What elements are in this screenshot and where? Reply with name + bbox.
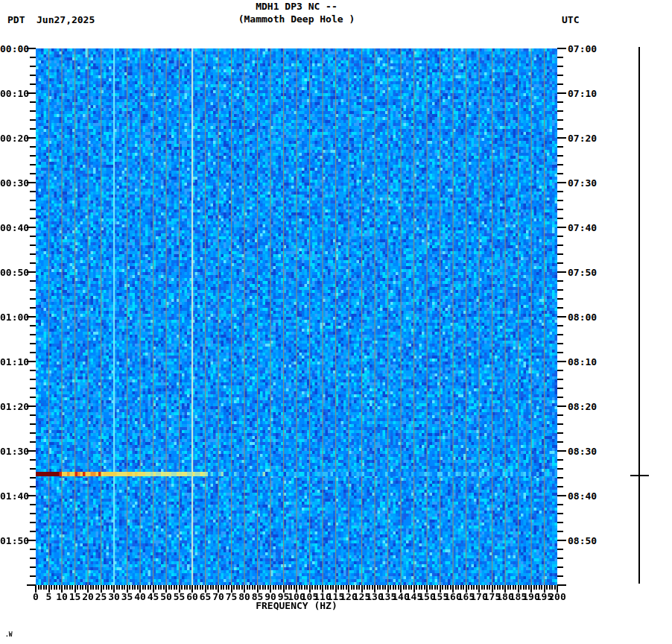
freq-minor-tick bbox=[367, 585, 368, 590]
time-major-tick-right bbox=[557, 495, 566, 496]
time-minor-tick-left bbox=[30, 513, 36, 514]
time-minor-tick-left bbox=[30, 110, 36, 112]
freq-minor-tick bbox=[520, 585, 522, 590]
page-title: MDH1 DP3 NC -- bbox=[36, 1, 557, 12]
freq-minor-tick bbox=[382, 585, 384, 590]
time-minor-tick-right bbox=[557, 101, 563, 103]
freq-minor-tick bbox=[411, 585, 412, 590]
utc-time-label: 08:30 bbox=[568, 446, 597, 456]
freq-minor-tick bbox=[106, 585, 107, 590]
freq-minor-tick bbox=[174, 585, 175, 590]
time-minor-tick-right bbox=[557, 128, 563, 130]
freq-minor-tick bbox=[226, 585, 227, 590]
freq-minor-tick bbox=[236, 585, 238, 590]
freq-minor-tick bbox=[351, 585, 352, 590]
freq-minor-tick bbox=[301, 585, 302, 590]
freq-minor-tick bbox=[499, 585, 501, 590]
freq-minor-tick bbox=[212, 585, 214, 590]
freq-minor-tick bbox=[471, 585, 472, 590]
time-minor-tick-left bbox=[30, 101, 36, 103]
freq-minor-tick bbox=[40, 585, 42, 590]
time-minor-tick-right bbox=[557, 110, 563, 112]
freq-minor-tick bbox=[262, 585, 264, 590]
time-minor-tick-left bbox=[30, 575, 36, 577]
time-minor-tick-right bbox=[557, 262, 563, 264]
time-minor-tick-left bbox=[30, 334, 36, 335]
freq-minor-tick bbox=[497, 585, 498, 590]
freq-minor-tick bbox=[434, 585, 436, 590]
freq-minor-tick bbox=[311, 585, 313, 590]
pdt-time-label: 00:20 bbox=[0, 133, 28, 143]
freq-minor-tick bbox=[142, 585, 144, 590]
utc-time-label: 08:50 bbox=[568, 536, 597, 546]
freq-minor-tick bbox=[160, 585, 162, 590]
time-major-tick-right bbox=[557, 405, 566, 407]
time-minor-tick-right bbox=[557, 155, 563, 157]
freq-minor-tick bbox=[398, 585, 399, 590]
freq-minor-tick bbox=[421, 585, 422, 590]
freq-minor-tick bbox=[249, 585, 250, 590]
freq-minor-tick bbox=[181, 585, 183, 590]
freq-minor-tick bbox=[163, 585, 165, 590]
freq-minor-tick bbox=[379, 585, 381, 590]
time-minor-tick-left bbox=[30, 66, 36, 67]
freq-minor-tick bbox=[325, 585, 326, 590]
time-minor-tick-right bbox=[557, 280, 563, 282]
time-minor-tick-right bbox=[557, 218, 563, 219]
time-minor-tick-right bbox=[557, 513, 563, 514]
time-major-tick-right bbox=[557, 227, 566, 228]
time-minor-tick-left bbox=[30, 209, 36, 210]
time-minor-tick-left bbox=[30, 164, 36, 165]
freq-minor-tick bbox=[291, 585, 292, 590]
freq-minor-tick bbox=[481, 585, 483, 590]
freq-minor-tick bbox=[541, 585, 542, 590]
time-minor-tick-left bbox=[30, 414, 36, 416]
time-minor-tick-right bbox=[557, 334, 563, 335]
time-minor-tick-left bbox=[30, 325, 36, 326]
time-minor-tick-left bbox=[30, 191, 36, 192]
freq-minor-tick bbox=[447, 585, 448, 590]
freq-minor-tick bbox=[171, 585, 172, 590]
time-minor-tick-left bbox=[30, 566, 36, 568]
time-minor-tick-right bbox=[557, 298, 563, 300]
freq-minor-tick bbox=[340, 585, 342, 590]
freq-minor-tick bbox=[280, 585, 282, 590]
freq-minor-tick bbox=[507, 585, 509, 590]
freq-minor-tick bbox=[221, 585, 222, 590]
freq-minor-tick bbox=[111, 585, 112, 590]
freq-minor-tick bbox=[103, 585, 104, 590]
freq-minor-tick bbox=[377, 585, 378, 590]
freq-minor-tick bbox=[476, 585, 478, 590]
time-minor-tick-left bbox=[30, 370, 36, 371]
freq-minor-tick bbox=[320, 585, 321, 590]
freq-minor-tick bbox=[116, 585, 118, 590]
time-minor-tick-left bbox=[30, 379, 36, 380]
freq-minor-tick bbox=[150, 585, 151, 590]
time-minor-tick-left bbox=[30, 388, 36, 389]
time-minor-tick-left bbox=[30, 298, 36, 300]
time-minor-tick-left bbox=[30, 289, 36, 291]
time-minor-tick-left bbox=[30, 549, 36, 550]
time-minor-tick-right bbox=[557, 549, 563, 550]
pdt-time-label: 01:40 bbox=[0, 491, 28, 501]
freq-minor-tick bbox=[460, 585, 462, 590]
time-minor-tick-right bbox=[557, 397, 563, 398]
utc-time-label: 07:10 bbox=[568, 89, 597, 98]
freq-minor-tick bbox=[118, 585, 120, 590]
time-minor-tick-right bbox=[557, 432, 563, 434]
freq-minor-tick bbox=[72, 585, 73, 590]
freq-minor-tick bbox=[431, 585, 433, 590]
freq-minor-tick bbox=[304, 585, 305, 590]
freq-minor-tick bbox=[468, 585, 469, 590]
freq-minor-tick bbox=[539, 585, 540, 590]
freq-minor-tick bbox=[278, 585, 279, 590]
utc-time-label: 07:00 bbox=[568, 44, 597, 54]
time-minor-tick-right bbox=[557, 209, 563, 210]
freq-minor-tick bbox=[429, 585, 431, 590]
pdt-time-label: 01:20 bbox=[0, 402, 28, 411]
time-minor-tick-right bbox=[557, 164, 563, 165]
freq-minor-tick bbox=[317, 585, 318, 590]
utc-time-label: 07:50 bbox=[568, 268, 597, 277]
utc-time-label: 08:40 bbox=[568, 491, 597, 501]
time-minor-tick-left bbox=[30, 280, 36, 282]
